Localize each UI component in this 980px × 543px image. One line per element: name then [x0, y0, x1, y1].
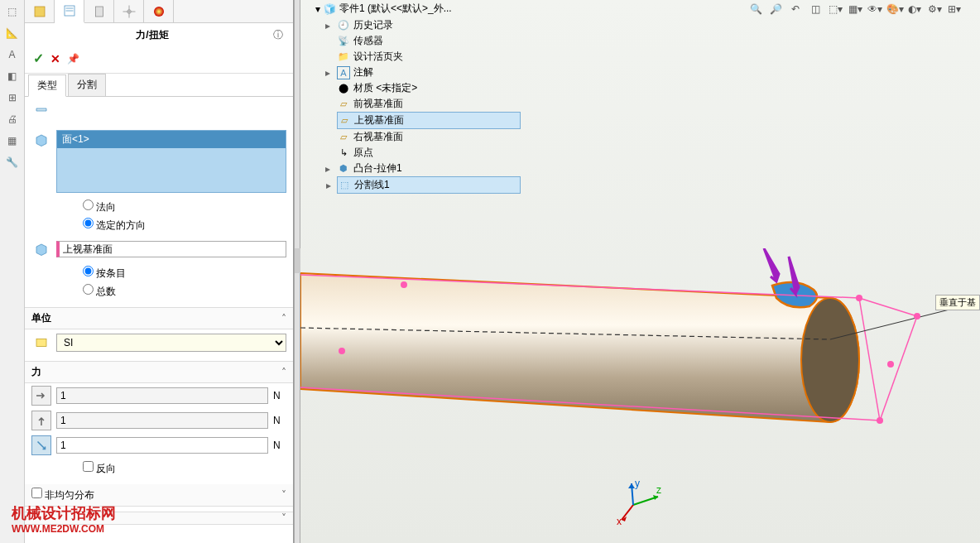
force-x-input[interactable]: [56, 387, 268, 404]
history-icon: 🕘: [337, 19, 350, 32]
tree-root[interactable]: ▾ 🧊 零件1 (默认<<默认>_外...: [314, 0, 521, 17]
display-style-icon[interactable]: ▦▾: [846, 0, 864, 18]
view-settings-icon[interactable]: ⚙▾: [925, 0, 944, 18]
panel-title-row: 力/扭矩 ⓘ: [25, 23, 293, 47]
expand-arrow-icon[interactable]: ▸: [326, 180, 334, 191]
scene-icon[interactable]: ◐▾: [906, 0, 924, 18]
plane-icon: ▱: [337, 131, 350, 144]
cancel-button[interactable]: ✕: [50, 52, 60, 65]
tab-config-mgr[interactable]: [84, 0, 114, 23]
tree-origin[interactable]: ↳原点: [337, 145, 521, 161]
tb-btn-1[interactable]: ⬚: [1, 2, 24, 22]
tree-folder[interactable]: 📁设计活页夹: [337, 49, 521, 65]
chevron-down-icon: ˅: [281, 489, 286, 501]
radio-normal[interactable]: 法向: [83, 198, 286, 216]
tree-extrude[interactable]: ▸⬢凸台-拉伸1: [337, 161, 521, 176]
force-y-icon[interactable]: [31, 411, 51, 430]
tree-top-plane[interactable]: ▱上视基准面: [337, 112, 521, 129]
view-layout-icon[interactable]: ⊞▾: [945, 0, 963, 18]
tb-btn-5[interactable]: ⊞: [1, 88, 24, 108]
tree-history[interactable]: ▸🕘历史记录: [337, 17, 521, 33]
tb-btn-7[interactable]: ▦: [1, 131, 24, 151]
tab-split[interactable]: 分割: [68, 74, 106, 96]
tab-property-mgr[interactable]: [55, 0, 84, 23]
left-toolbar: ⬚ 📐 A ◧ ⊞ 🖨 ▦ 🔧: [0, 0, 25, 543]
property-panel: 力/扭矩 ⓘ ✓ ✕ 📌 类型 分割 面<1> 法向 选定的方向 按条: [25, 0, 294, 543]
extrude-icon: ⬢: [337, 162, 350, 175]
force-z-icon[interactable]: [31, 435, 51, 455]
panel-splitter[interactable]: [294, 0, 300, 543]
reverse-checkbox[interactable]: 反向: [83, 463, 116, 474]
appearance-icon[interactable]: 🎨▾: [886, 0, 904, 18]
tb-btn-4[interactable]: ◧: [1, 66, 24, 86]
force-z-input[interactable]: [56, 437, 268, 454]
face-item[interactable]: 面<1>: [57, 131, 286, 148]
prev-view-icon[interactable]: ↶: [786, 0, 805, 18]
radio-per-item[interactable]: 按条目: [83, 264, 286, 282]
triad-icon[interactable]: z x y: [615, 480, 665, 530]
expand-arrow-icon[interactable]: ▸: [325, 67, 334, 79]
force-section-header[interactable]: 力 ˄: [25, 361, 293, 383]
tab-type[interactable]: 类型: [28, 74, 66, 97]
origin-icon: ↳: [337, 147, 350, 160]
section-view-icon[interactable]: ◫: [806, 0, 824, 18]
folder-icon: 📁: [337, 50, 350, 64]
tree-front-plane[interactable]: ▱前视基准面: [337, 96, 521, 112]
unit-icon: [31, 333, 51, 353]
tab-feature-tree[interactable]: [25, 0, 55, 23]
direction-plane-input[interactable]: [56, 241, 286, 257]
viewport-3d[interactable]: 🔍 🔎 ↶ ◫ ⬚▾ ▦▾ 👁▾ 🎨▾ ◐▾ ⚙▾ ⊞▾ ▾ 🧊 零件1 (默认…: [300, 0, 980, 543]
tb-btn-3[interactable]: A: [1, 45, 24, 65]
model-cylinder[interactable]: [300, 248, 979, 464]
tab-dimxpert[interactable]: [114, 0, 144, 23]
svg-text:z: z: [656, 484, 661, 496]
svg-line-26: [622, 505, 633, 520]
force-unit-label: N: [273, 390, 286, 401]
expand-arrow-icon[interactable]: ▾: [315, 3, 320, 15]
flyout-feature-tree: ▾ 🧊 零件1 (默认<<默认>_外... ▸🕘历史记录 📡传感器 📁设计活页夹…: [314, 0, 521, 194]
face-select-icon[interactable]: [31, 130, 51, 150]
ok-button[interactable]: ✓: [33, 50, 44, 66]
expand-arrow-icon[interactable]: ▸: [325, 20, 334, 31]
chevron-up-icon: ˄: [281, 367, 286, 378]
view-toolbar: 🔍 🔎 ↶ ◫ ⬚▾ ▦▾ 👁▾ 🎨▾ ◐▾ ⚙▾ ⊞▾: [747, 0, 963, 18]
radio-selected-dir[interactable]: 选定的方向: [83, 216, 286, 234]
force-y-input[interactable]: [56, 412, 268, 429]
hide-show-icon[interactable]: 👁▾: [866, 0, 884, 18]
tree-right-plane[interactable]: ▱右视基准面: [337, 129, 521, 145]
unit-section-header[interactable]: 单位 ˄: [25, 307, 293, 329]
panel-body: 面<1> 法向 选定的方向 按条目 总数 单位 ˄ SI 力 ˄: [25, 97, 293, 543]
zoom-fit-icon[interactable]: 🔍: [747, 0, 765, 18]
view-orient-icon[interactable]: ⬚▾: [826, 0, 844, 18]
direction-ref-icon[interactable]: [31, 239, 51, 259]
sensor-icon: 📡: [337, 35, 350, 48]
unit-select[interactable]: SI: [56, 334, 286, 352]
face-selection-list[interactable]: 面<1>: [56, 130, 286, 193]
tree-material[interactable]: ⬤材质 <未指定>: [337, 80, 521, 96]
material-icon: ⬤: [337, 82, 350, 95]
feature-manager-tabs: [25, 0, 293, 23]
tb-btn-2[interactable]: 📐: [1, 23, 24, 43]
tb-btn-8[interactable]: 🔧: [1, 152, 24, 172]
expand-arrow-icon[interactable]: ▸: [325, 163, 334, 175]
svg-text:y: y: [635, 480, 640, 489]
force-type-icon[interactable]: [31, 103, 51, 123]
tree-sensors[interactable]: 📡传感器: [337, 33, 521, 49]
watermark: 机械设计招标网 WWW.ME2DW.COM: [12, 503, 116, 535]
zoom-area-icon[interactable]: 🔎: [766, 0, 785, 18]
force-x-icon[interactable]: [31, 386, 51, 406]
tree-annotations[interactable]: ▸A注解: [337, 65, 521, 80]
svg-point-21: [877, 417, 883, 424]
svg-point-23: [887, 361, 894, 368]
radio-total[interactable]: 总数: [83, 282, 286, 300]
svg-rect-9: [36, 339, 46, 347]
non-uniform-checkbox[interactable]: [31, 488, 42, 498]
tb-btn-6[interactable]: 🖨: [1, 109, 24, 129]
part-icon: 🧊: [324, 3, 336, 15]
help-icon[interactable]: ⓘ: [273, 28, 283, 42]
svg-point-8: [154, 7, 164, 17]
pin-button[interactable]: 📌: [67, 53, 79, 65]
tab-display-mgr[interactable]: [144, 0, 174, 23]
svg-marker-32: [628, 483, 635, 488]
tree-split-line[interactable]: ▸⬚分割线1: [337, 176, 521, 194]
